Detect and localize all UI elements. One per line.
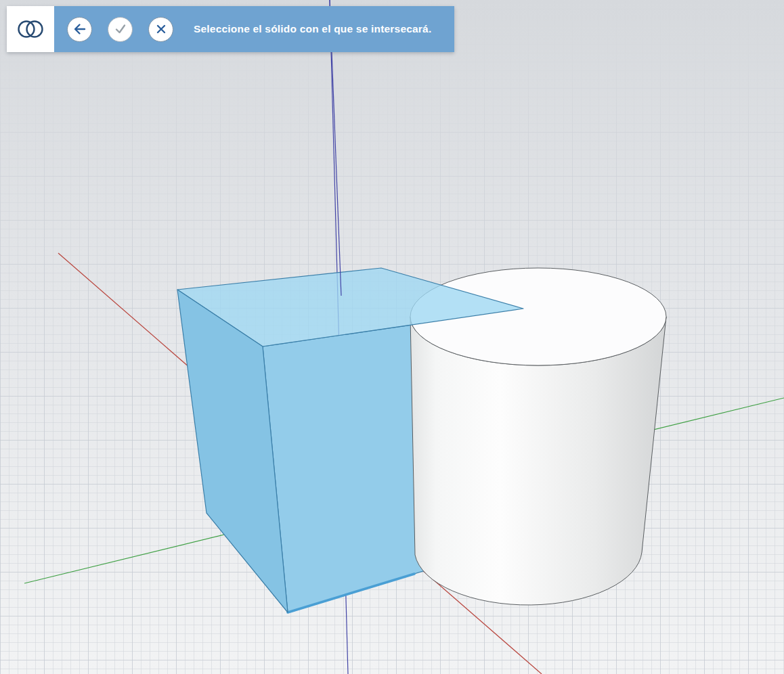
- active-tool-button[interactable]: [7, 6, 54, 52]
- check-icon: [113, 22, 128, 37]
- app-window: Seleccione el sólido con el que se inter…: [0, 0, 784, 674]
- prompt-bar: Seleccione el sólido con el que se inter…: [54, 6, 454, 52]
- arrow-left-icon: [72, 22, 87, 37]
- intersect-solids-icon: [16, 18, 45, 40]
- accept-button[interactable]: [108, 17, 133, 42]
- viewport-canvas[interactable]: [0, 0, 784, 674]
- cancel-button[interactable]: [148, 17, 173, 42]
- toolbar: Seleccione el sólido con el que se inter…: [7, 6, 454, 52]
- prompt-text: Seleccione el sólido con el que se inter…: [194, 23, 431, 35]
- close-icon: [154, 22, 169, 37]
- back-button[interactable]: [67, 17, 92, 42]
